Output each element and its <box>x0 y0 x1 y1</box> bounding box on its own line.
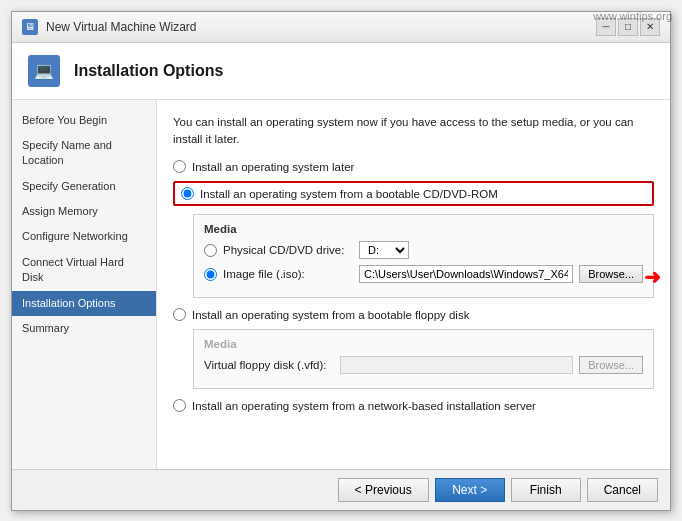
page-title: Installation Options <box>74 62 223 80</box>
cancel-button[interactable]: Cancel <box>587 478 658 502</box>
option-cdvdrom-radio[interactable] <box>181 187 194 200</box>
option-install-later-row: Install an operating system later <box>173 160 654 173</box>
option-floppy-label[interactable]: Install an operating system from a boota… <box>192 309 469 321</box>
sidebar-item-before-you-begin[interactable]: Before You Begin <box>12 108 156 133</box>
red-arrow-icon: ➜ <box>644 265 661 289</box>
image-file-row: Image file (.iso): Browse... ➜ <box>204 265 643 283</box>
image-file-label[interactable]: Image file (.iso): <box>223 268 353 280</box>
sidebar-item-name-location[interactable]: Specify Name and Location <box>12 133 156 174</box>
option-cdvdrom-label[interactable]: Install an operating system from a boota… <box>200 188 498 200</box>
floppy-vfd-label: Virtual floppy disk (.vfd): <box>204 359 334 371</box>
option-install-later-radio[interactable] <box>173 160 186 173</box>
wizard-window: 🖥 New Virtual Machine Wizard ─ □ ✕ 💻 Ins… <box>11 11 671 511</box>
sidebar-item-networking[interactable]: Configure Networking <box>12 224 156 249</box>
window-icon: 🖥 <box>22 19 38 35</box>
content-area: Before You Begin Specify Name and Locati… <box>12 100 670 469</box>
watermark: www.wintips.org <box>593 10 672 22</box>
sidebar-item-summary[interactable]: Summary <box>12 316 156 341</box>
previous-button[interactable]: < Previous <box>338 478 429 502</box>
sidebar-item-memory[interactable]: Assign Memory <box>12 199 156 224</box>
physical-drive-row: Physical CD/DVD drive: D: <box>204 241 643 259</box>
page-header: 💻 Installation Options <box>12 43 670 100</box>
floppy-vfd-row: Virtual floppy disk (.vfd): Browse... <box>204 356 643 374</box>
physical-drive-select[interactable]: D: <box>359 241 409 259</box>
physical-drive-label[interactable]: Physical CD/DVD drive: <box>223 244 353 256</box>
option-floppy-radio[interactable] <box>173 308 186 321</box>
floppy-vfd-input <box>340 356 573 374</box>
physical-drive-radio[interactable] <box>204 244 217 257</box>
window-title: New Virtual Machine Wizard <box>46 20 197 34</box>
intro-text: You can install an operating system now … <box>173 114 654 149</box>
browse-image-button[interactable]: Browse... <box>579 265 643 283</box>
finish-button[interactable]: Finish <box>511 478 581 502</box>
sidebar: Before You Begin Specify Name and Locati… <box>12 100 157 469</box>
option-cdvdrom-row: Install an operating system from a boota… <box>173 181 654 206</box>
option-network-row: Install an operating system from a netwo… <box>173 399 654 412</box>
next-button[interactable]: Next > <box>435 478 505 502</box>
media-box: Media Physical CD/DVD drive: D: Image fi… <box>193 214 654 298</box>
option-network-radio[interactable] <box>173 399 186 412</box>
media-title: Media <box>204 223 643 235</box>
option-floppy-row: Install an operating system from a boota… <box>173 308 654 321</box>
option-network-label[interactable]: Install an operating system from a netwo… <box>192 400 536 412</box>
image-file-radio[interactable] <box>204 268 217 281</box>
sidebar-item-hard-disk[interactable]: Connect Virtual Hard Disk <box>12 250 156 291</box>
sidebar-item-installation-options[interactable]: Installation Options <box>12 291 156 316</box>
header-icon: 💻 <box>28 55 60 87</box>
main-content: You can install an operating system now … <box>157 100 670 469</box>
floppy-media-title: Media <box>204 338 643 350</box>
browse-floppy-button: Browse... <box>579 356 643 374</box>
image-file-input[interactable] <box>359 265 573 283</box>
footer: < Previous Next > Finish Cancel <box>12 469 670 510</box>
title-bar: 🖥 New Virtual Machine Wizard ─ □ ✕ <box>12 12 670 43</box>
option-install-later-label[interactable]: Install an operating system later <box>192 161 354 173</box>
sidebar-item-generation[interactable]: Specify Generation <box>12 174 156 199</box>
floppy-media-box: Media Virtual floppy disk (.vfd): Browse… <box>193 329 654 389</box>
